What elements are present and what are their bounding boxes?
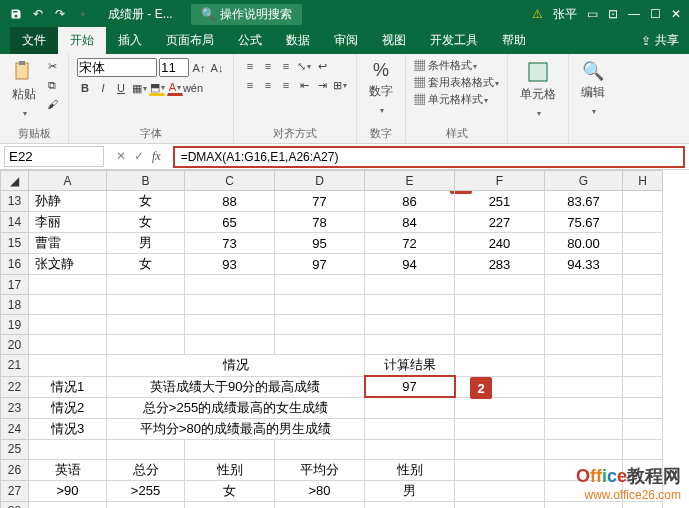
table-row: 28 (1, 501, 663, 508)
document-title: 成绩册 - E... (98, 6, 183, 23)
wrap-text-icon[interactable]: ↩ (314, 58, 330, 74)
align-left-icon[interactable]: ≡ (242, 77, 258, 93)
table-row: 19 (1, 315, 663, 335)
editing-button[interactable]: 🔍 编辑 (577, 58, 609, 119)
align-center-icon[interactable]: ≡ (260, 77, 276, 93)
fill-color-icon[interactable]: ⬒ (149, 80, 165, 96)
decrease-font-icon[interactable]: A↓ (209, 60, 225, 76)
number-dropdown-icon[interactable] (379, 102, 384, 116)
font-color-icon[interactable]: A (167, 80, 183, 96)
table-row: 14李丽女65788422775.67 (1, 212, 663, 233)
window-restore-icon[interactable]: ▭ (587, 7, 598, 21)
cell-styles-button[interactable]: ▦ 单元格样式 (414, 92, 488, 107)
table-row: 20 (1, 335, 663, 355)
conditional-format-button[interactable]: ▦ 条件格式 (414, 58, 477, 73)
save-icon[interactable] (8, 6, 24, 22)
col-header[interactable]: D (275, 171, 365, 191)
tab-review[interactable]: 审阅 (322, 27, 370, 54)
col-header[interactable]: F (455, 171, 545, 191)
svg-rect-1 (19, 61, 25, 65)
merge-icon[interactable]: ⊞ (332, 77, 348, 93)
cut-icon[interactable]: ✂ (44, 58, 60, 74)
share-icon: ⇪ (641, 34, 651, 48)
align-bottom-icon[interactable]: ≡ (278, 58, 294, 74)
tab-insert[interactable]: 插入 (106, 27, 154, 54)
ribbon-tabs: 文件 开始 插入 页面布局 公式 数据 审阅 视图 开发工具 帮助 ⇪ 共享 (0, 28, 689, 54)
quick-access-toolbar: ↶ ↷ (0, 6, 98, 22)
redo-icon[interactable]: ↷ (52, 6, 68, 22)
group-styles: ▦ 条件格式 ▦ 套用表格格式 ▦ 单元格样式 样式 (406, 54, 508, 143)
minimize-icon[interactable]: — (628, 7, 640, 21)
editing-dropdown-icon[interactable] (591, 103, 596, 117)
indent-inc-icon[interactable]: ⇥ (314, 77, 330, 93)
group-font: A↑ A↓ B I U ▦ ⬒ A wén 字体 (69, 54, 234, 143)
title-bar: ↶ ↷ 成绩册 - E... 🔍 操作说明搜索 ⚠ 张平 ▭ ⊡ — ☐ ✕ (0, 0, 689, 28)
italic-icon[interactable]: I (95, 80, 111, 96)
undo-icon[interactable]: ↶ (30, 6, 46, 22)
increase-font-icon[interactable]: A↑ (191, 60, 207, 76)
col-header[interactable]: G (545, 171, 623, 191)
name-box[interactable] (4, 146, 104, 167)
paste-dropdown-icon[interactable] (22, 105, 27, 119)
table-row: 26英语总分性别平均分性别 (1, 459, 663, 480)
cancel-formula-icon[interactable]: ✕ (116, 149, 126, 164)
formula-bar: ✕ ✓ fx =DMAX(A1:G16,E1,A26:A27) (0, 144, 689, 170)
col-header[interactable]: H (623, 171, 663, 191)
border-icon[interactable]: ▦ (131, 80, 147, 96)
indent-dec-icon[interactable]: ⇤ (296, 77, 312, 93)
accept-formula-icon[interactable]: ✓ (134, 149, 144, 164)
tab-data[interactable]: 数据 (274, 27, 322, 54)
watermark: Office教程网 www.office26.com (576, 464, 681, 502)
svg-rect-2 (529, 63, 547, 81)
maximize-icon[interactable]: ☐ (650, 7, 661, 21)
orientation-icon[interactable]: ⤡ (296, 58, 312, 74)
format-painter-icon[interactable]: 🖌 (44, 96, 60, 112)
copy-icon[interactable]: ⧉ (44, 77, 60, 93)
phonetic-icon[interactable]: wén (185, 80, 201, 96)
align-middle-icon[interactable]: ≡ (260, 58, 276, 74)
tab-help[interactable]: 帮助 (490, 27, 538, 54)
tab-formulas[interactable]: 公式 (226, 27, 274, 54)
tell-me-search[interactable]: 🔍 操作说明搜索 (191, 4, 302, 25)
table-row: 25 (1, 439, 663, 459)
qat-dropdown-icon[interactable] (74, 6, 90, 22)
user-name[interactable]: 张平 (553, 6, 577, 23)
cells-button[interactable]: 单元格 (516, 58, 560, 121)
tab-home[interactable]: 开始 (58, 27, 106, 54)
tab-view[interactable]: 视图 (370, 27, 418, 54)
group-editing: 🔍 编辑 (569, 54, 617, 143)
table-format-button[interactable]: ▦ 套用表格格式 (414, 75, 499, 90)
ribbon-options-icon[interactable]: ⊡ (608, 7, 618, 21)
table-row: 13孙静女88778625183.67 (1, 191, 663, 212)
col-header[interactable]: B (107, 171, 185, 191)
font-size-select[interactable] (159, 58, 189, 77)
selected-cell[interactable]: 97 (365, 376, 455, 397)
group-clipboard: 粘贴 ✂ ⧉ 🖌 剪贴板 (0, 54, 69, 143)
table-row: 16张文静女93979428394.33 (1, 254, 663, 275)
col-header[interactable]: E (365, 171, 455, 191)
align-right-icon[interactable]: ≡ (278, 77, 294, 93)
tab-layout[interactable]: 页面布局 (154, 27, 226, 54)
paste-button[interactable]: 粘贴 (8, 58, 40, 121)
fx-icon[interactable]: fx (152, 149, 161, 164)
select-all-cell[interactable]: ◢ (1, 171, 29, 191)
warning-icon[interactable]: ⚠ (532, 7, 543, 21)
table-row: 17 (1, 275, 663, 295)
cells-dropdown-icon[interactable] (536, 105, 541, 119)
underline-icon[interactable]: U (113, 80, 129, 96)
align-top-icon[interactable]: ≡ (242, 58, 258, 74)
number-format-button[interactable]: % 数字 (365, 58, 397, 118)
spreadsheet-grid[interactable]: ◢ A B C D E F G H 13孙静女88778625183.67 14… (0, 170, 689, 508)
table-row: 18 (1, 295, 663, 315)
search-icon: 🔍 (201, 7, 216, 21)
col-header[interactable]: A (29, 171, 107, 191)
font-name-select[interactable] (77, 58, 157, 77)
col-header[interactable]: C (185, 171, 275, 191)
group-number: % 数字 数字 (357, 54, 406, 143)
formula-input[interactable]: =DMAX(A1:G16,E1,A26:A27) (173, 146, 685, 168)
share-button[interactable]: ⇪ 共享 (631, 27, 689, 54)
bold-icon[interactable]: B (77, 80, 93, 96)
close-icon[interactable]: ✕ (671, 7, 681, 21)
tab-dev[interactable]: 开发工具 (418, 27, 490, 54)
tab-file[interactable]: 文件 (10, 27, 58, 54)
